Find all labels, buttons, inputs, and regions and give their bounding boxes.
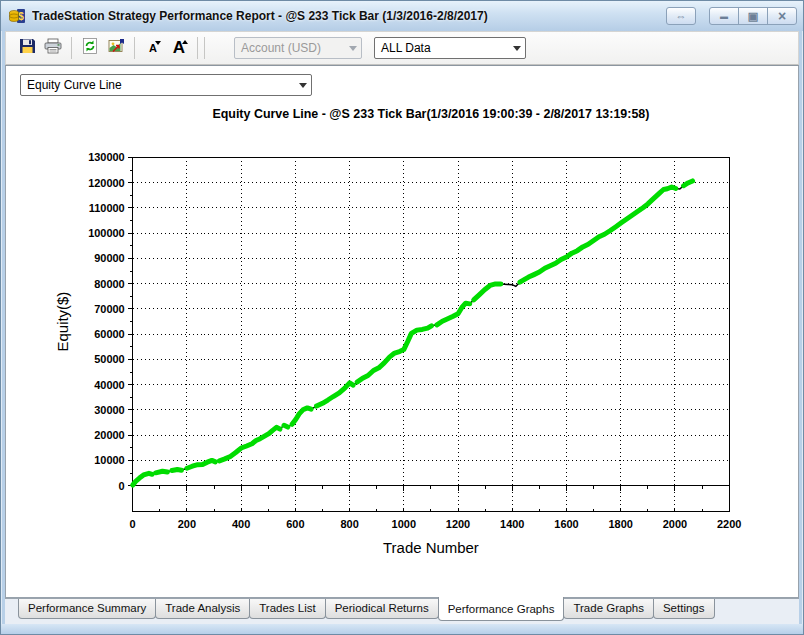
svg-text:60000: 60000 — [94, 328, 124, 340]
toolbar: A A Account (USD) ALL Data — [5, 31, 799, 65]
graph-type-dropdown[interactable]: Equity Curve Line — [20, 74, 312, 96]
svg-text:400: 400 — [232, 518, 250, 530]
svg-text:Trade Number: Trade Number — [383, 539, 479, 556]
export-settings-icon — [108, 38, 125, 58]
report-content: Equity Curve Line Equity Curve Line - @S… — [5, 65, 799, 598]
tab-settings[interactable]: Settings — [653, 599, 715, 619]
svg-text:10000: 10000 — [94, 454, 124, 466]
account-dropdown: Account (USD) — [234, 37, 362, 59]
toolbar-separator — [71, 37, 72, 59]
increase-font-button[interactable]: A — [166, 35, 192, 61]
svg-text:90000: 90000 — [94, 252, 124, 264]
svg-text:200: 200 — [178, 518, 196, 530]
tab-performance-summary[interactable]: Performance Summary — [18, 599, 156, 619]
svg-text:50000: 50000 — [94, 353, 124, 365]
svg-text:40000: 40000 — [94, 379, 124, 391]
tab-trade-graphs[interactable]: Trade Graphs — [563, 599, 654, 619]
resize-button[interactable]: ⇔ — [666, 7, 696, 25]
svg-text:70000: 70000 — [94, 303, 124, 315]
svg-text:1200: 1200 — [446, 518, 470, 530]
tab-trades-list[interactable]: Trades List — [249, 599, 325, 619]
svg-text:1400: 1400 — [500, 518, 524, 530]
svg-text:110000: 110000 — [89, 202, 125, 214]
chevron-down-icon — [344, 38, 361, 58]
svg-text:0: 0 — [130, 518, 136, 530]
svg-text:800: 800 — [340, 518, 358, 530]
restore-button[interactable]: ▣ — [738, 7, 768, 25]
refresh-button[interactable] — [77, 35, 103, 61]
chevron-down-icon — [508, 38, 525, 58]
tab-trade-analysis[interactable]: Trade Analysis — [155, 599, 250, 619]
window-title: TradeStation Strategy Performance Report… — [32, 9, 666, 23]
titlebar[interactable]: $ TradeStation Strategy Performance Repo… — [1, 1, 803, 31]
svg-text:2000: 2000 — [663, 518, 687, 530]
export-settings-button[interactable] — [103, 35, 129, 61]
svg-text:20000: 20000 — [94, 429, 124, 441]
svg-text:80000: 80000 — [94, 278, 124, 290]
data-range-dropdown-value: ALL Data — [381, 41, 431, 55]
decrease-font-button[interactable]: A — [140, 35, 166, 61]
svg-text:1600: 1600 — [554, 518, 578, 530]
svg-text:120000: 120000 — [88, 177, 125, 189]
window-bottom-border — [1, 624, 803, 634]
toolbar-separator — [134, 37, 135, 59]
close-button[interactable]: × — [767, 7, 797, 25]
svg-text:Equity($): Equity($) — [54, 292, 71, 352]
account-dropdown-value: Account (USD) — [241, 41, 321, 55]
svg-text:100000: 100000 — [88, 227, 125, 239]
svg-text:2200: 2200 — [717, 518, 741, 530]
svg-text:Equity Curve Line - @S 233 Tic: Equity Curve Line - @S 233 Tick Bar(1/3/… — [212, 107, 649, 121]
equity-curve-chart: Equity Curve Line - @S 233 Tick Bar(1/3/… — [6, 66, 798, 597]
tab-performance-graphs[interactable]: Performance Graphs — [438, 597, 565, 621]
svg-text:0: 0 — [119, 480, 125, 492]
tab-bar: Performance SummaryTrade AnalysisTrades … — [5, 598, 799, 624]
tradestation-report-window: $ TradeStation Strategy Performance Repo… — [0, 0, 804, 635]
app-icon: $ — [9, 8, 26, 24]
toolbar-separator — [204, 37, 205, 59]
svg-text:600: 600 — [286, 518, 304, 530]
svg-text:1000: 1000 — [392, 518, 416, 530]
data-range-dropdown[interactable]: ALL Data — [374, 37, 526, 59]
svg-text:$: $ — [18, 11, 24, 22]
save-icon — [19, 38, 36, 58]
svg-text:130000: 130000 — [88, 151, 125, 163]
tab-periodical-returns[interactable]: Periodical Returns — [325, 599, 439, 619]
save-button[interactable] — [14, 35, 40, 61]
print-icon — [44, 38, 62, 58]
svg-text:30000: 30000 — [94, 404, 124, 416]
print-button[interactable] — [40, 35, 66, 61]
chevron-down-icon — [294, 75, 311, 95]
svg-text:1800: 1800 — [609, 518, 633, 530]
toolbar-separator — [197, 37, 198, 59]
graph-type-dropdown-value: Equity Curve Line — [27, 78, 122, 92]
refresh-icon — [82, 38, 98, 58]
minimize-button[interactable]: ▬ — [709, 7, 739, 25]
